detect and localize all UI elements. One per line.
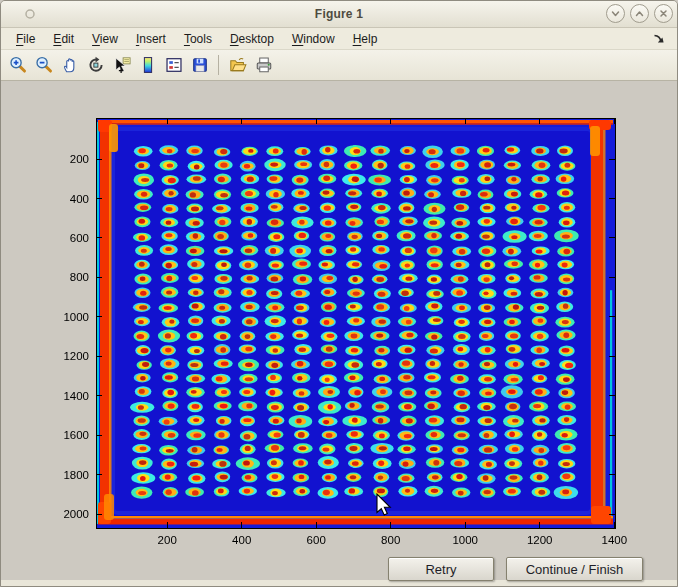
open-file-icon[interactable]	[225, 53, 250, 78]
svg-text:200: 200	[158, 534, 177, 546]
retry-button[interactable]: Retry	[388, 557, 494, 581]
insert-legend-icon[interactable]	[161, 53, 186, 78]
menu-item-window[interactable]: Window	[283, 30, 344, 48]
svg-text:1600: 1600	[63, 429, 89, 441]
titlebar[interactable]: Figure 1	[1, 1, 677, 28]
menu-bar: FileEditViewInsertToolsDesktopWindowHelp	[1, 28, 677, 50]
svg-text:200: 200	[70, 153, 89, 165]
pan-icon[interactable]	[57, 53, 82, 78]
rotate-3d-icon[interactable]	[83, 53, 108, 78]
menu-item-tools[interactable]: Tools	[175, 30, 221, 48]
print-figure-icon[interactable]	[251, 53, 276, 78]
insert-colorbar-icon[interactable]	[135, 53, 160, 78]
svg-text:600: 600	[307, 534, 326, 546]
menu-item-help[interactable]: Help	[344, 30, 387, 48]
svg-text:2000: 2000	[63, 508, 89, 520]
maximize-button[interactable]	[630, 4, 649, 23]
svg-text:1000: 1000	[452, 534, 478, 546]
zoom-in-icon[interactable]	[5, 53, 30, 78]
svg-text:1400: 1400	[602, 534, 628, 546]
svg-text:1200: 1200	[527, 534, 553, 546]
dock-figure-icon[interactable]	[652, 32, 665, 45]
save-figure-icon[interactable]	[187, 53, 212, 78]
svg-text:800: 800	[70, 271, 89, 283]
svg-text:400: 400	[70, 193, 89, 205]
menu-item-insert[interactable]: Insert	[127, 30, 175, 48]
figure-toolbar	[1, 50, 677, 81]
svg-text:1000: 1000	[63, 311, 89, 323]
data-cursor-icon[interactable]	[109, 53, 134, 78]
zoom-out-icon[interactable]	[31, 53, 56, 78]
window-title: Figure 1	[1, 7, 677, 21]
menu-item-edit[interactable]: Edit	[44, 30, 83, 48]
svg-text:400: 400	[232, 534, 251, 546]
menu-item-view[interactable]: View	[83, 30, 127, 48]
svg-text:600: 600	[70, 232, 89, 244]
svg-text:800: 800	[381, 534, 400, 546]
menu-item-desktop[interactable]: Desktop	[221, 30, 283, 48]
svg-text:1800: 1800	[63, 469, 89, 481]
figure-canvas[interactable]: 2004006008001000120014002004006008001000…	[1, 1, 678, 587]
figure-window: 2004006008001000120014002004006008001000…	[0, 0, 678, 587]
shade-button[interactable]	[606, 4, 625, 23]
svg-text:1200: 1200	[63, 350, 89, 362]
svg-text:1400: 1400	[63, 390, 89, 402]
close-button[interactable]	[654, 4, 673, 23]
continue-finish-button[interactable]: Continue / Finish	[506, 557, 643, 581]
toolbar-separator	[218, 55, 219, 75]
menu-item-file[interactable]: File	[7, 30, 44, 48]
